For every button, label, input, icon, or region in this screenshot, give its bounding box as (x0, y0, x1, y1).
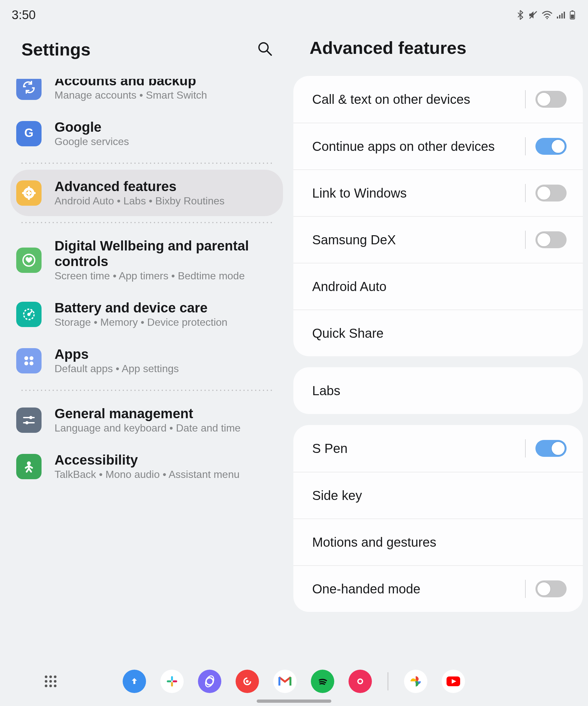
setting-row[interactable]: Android Auto (293, 263, 583, 310)
pocketcasts-app-icon[interactable] (236, 670, 259, 693)
settings-item-title: Accounts and backup (54, 79, 207, 88)
search-button[interactable] (254, 38, 276, 61)
setting-row[interactable]: Link to Windows (293, 169, 583, 216)
settings-list-scroll[interactable]: Accounts and backupManage accounts • Sma… (0, 79, 293, 664)
slack-app-icon[interactable] (160, 670, 184, 693)
toggle-switch[interactable] (536, 91, 566, 108)
main: Settings Accounts and backupManage accou… (0, 30, 588, 664)
detail-pane: Advanced features Call & text on other d… (293, 30, 588, 664)
youtube-app-icon[interactable] (442, 670, 465, 693)
photos-app-icon[interactable] (404, 670, 427, 693)
sliders-icon (16, 407, 42, 433)
status-icons (517, 10, 576, 20)
spotify-app-icon[interactable] (311, 670, 334, 693)
row-separator (525, 90, 526, 108)
settings-card: Labs (293, 367, 583, 414)
svg-point-35 (54, 675, 56, 678)
svg-rect-3 (559, 15, 560, 18)
svg-rect-2 (557, 16, 558, 18)
settings-item-title: Apps (54, 347, 179, 362)
toggle-switch[interactable] (536, 138, 566, 155)
detail-title: Advanced features (293, 30, 583, 76)
svg-point-26 (24, 361, 28, 365)
svg-rect-44 (167, 680, 171, 682)
settings-item-title: Accessibility (54, 452, 239, 468)
settings-item-general[interactable]: General managementLanguage and keyboard … (0, 397, 293, 443)
setting-row-label: Labs (312, 383, 341, 399)
svg-point-41 (54, 684, 56, 687)
setting-row[interactable]: Continue apps on other devices (293, 123, 583, 169)
setting-row-label: Link to Windows (312, 185, 406, 201)
svg-rect-19 (26, 192, 32, 194)
settings-item-advanced[interactable]: Advanced featuresAndroid Auto • Labs • B… (10, 170, 283, 216)
settings-item-title: Advanced features (54, 179, 225, 194)
toggle-switch[interactable] (536, 231, 566, 248)
settings-item-google[interactable]: GGoogleGoogle services (0, 110, 293, 157)
settings-card: S PenSide keyMotions and gesturesOne-han… (293, 425, 583, 612)
mute-icon (528, 10, 538, 19)
svg-rect-14 (28, 186, 30, 189)
settings-item-battery[interactable]: Battery and device careStorage • Memory … (0, 291, 293, 338)
setting-row[interactable]: Samsung DeX (293, 216, 583, 263)
setting-row[interactable]: Side key (293, 472, 583, 518)
svg-point-39 (45, 684, 47, 687)
setting-row-label: Quick Share (312, 325, 384, 341)
setting-row-label: Continue apps on other devices (312, 138, 495, 154)
setting-row-label: One-handed mode (312, 581, 421, 597)
setting-row[interactable]: Motions and gestures (293, 518, 583, 565)
settings-card: Call & text on other devicesContinue app… (293, 76, 583, 356)
row-separator (525, 231, 526, 249)
setting-row-label: Call & text on other devices (312, 91, 470, 107)
gmail-app-icon[interactable] (273, 670, 297, 693)
settings-item-subtitle: Default apps • App settings (54, 363, 179, 375)
svg-point-31 (25, 421, 29, 424)
svg-point-1 (546, 18, 548, 19)
settings-item-subtitle: Storage • Memory • Device protection (54, 316, 228, 328)
settings-item-accounts[interactable]: Accounts and backupManage accounts • Sma… (0, 79, 293, 110)
row-separator (525, 137, 526, 155)
svg-point-24 (24, 356, 28, 360)
setting-row[interactable]: S Pen (293, 425, 583, 472)
settings-item-wellbeing[interactable]: Digital Wellbeing and parental controlsS… (0, 229, 293, 291)
settings-item-apps[interactable]: AppsDefault apps • App settings (0, 338, 293, 384)
svg-point-29 (29, 416, 33, 419)
setting-row[interactable]: Call & text on other devices (293, 76, 583, 123)
settings-item-subtitle: Google services (54, 135, 129, 148)
svg-rect-4 (561, 13, 563, 18)
app-drawer-button[interactable] (42, 672, 60, 691)
settings-item-subtitle: TalkBack • Mono audio • Assistant menu (54, 469, 239, 480)
svg-rect-7 (572, 10, 574, 11)
settings-item-title: Digital Wellbeing and parental controls (54, 238, 280, 269)
row-separator (525, 580, 526, 598)
svg-rect-52 (278, 677, 280, 685)
gesture-handle[interactable] (257, 700, 331, 703)
settings-divider (20, 390, 273, 391)
svg-rect-46 (173, 680, 177, 682)
plus-gear-icon (16, 181, 42, 206)
settings-header: Settings (0, 30, 293, 79)
setting-row[interactable]: One-handed mode (293, 565, 583, 612)
camera-app-icon[interactable] (349, 670, 372, 693)
settings-item-accessibility[interactable]: AccessibilityTalkBack • Mono audio • Ass… (0, 443, 293, 489)
upload-app-icon[interactable] (123, 670, 146, 693)
svg-rect-17 (33, 192, 36, 194)
toggle-switch[interactable] (536, 185, 566, 201)
svg-point-47 (203, 675, 216, 688)
svg-point-38 (54, 680, 56, 683)
setting-row[interactable]: Labs (293, 367, 583, 414)
signal-icon (556, 11, 565, 19)
svg-point-34 (49, 675, 52, 678)
toggle-switch[interactable] (536, 440, 566, 457)
setting-row-label: Motions and gestures (312, 534, 436, 550)
settings-pane: Settings Accounts and backupManage accou… (0, 30, 293, 664)
setting-row[interactable]: Quick Share (293, 310, 583, 356)
settings-divider (20, 163, 273, 164)
meter-icon (16, 302, 42, 327)
samsung-internet-app-icon[interactable] (198, 670, 221, 693)
sync-icon (16, 79, 42, 100)
svg-point-40 (49, 684, 52, 687)
detail-scroll[interactable]: Call & text on other devicesContinue app… (293, 76, 583, 664)
settings-item-title: General management (54, 406, 240, 422)
toggle-switch[interactable] (536, 581, 566, 597)
svg-point-27 (30, 361, 33, 365)
